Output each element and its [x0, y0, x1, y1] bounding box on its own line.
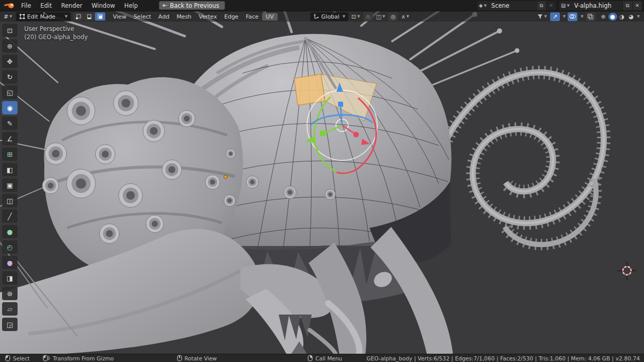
view-layer-browse-button[interactable]: ▤ ▼: [559, 1, 571, 10]
mouse-cursor: [43, 12, 49, 20]
tool-knife-button[interactable]: ╱: [2, 209, 18, 223]
menu-mesh[interactable]: Mesh: [173, 13, 195, 21]
proportional-editing-button[interactable]: ◎: [388, 12, 398, 21]
scene-copy-button[interactable]: ⧉: [536, 1, 546, 10]
blender-logo-icon[interactable]: [4, 2, 14, 9]
viewport-menus: View Select Add Mesh Vertex Edge Face UV: [109, 13, 278, 21]
tool-rip-region-button[interactable]: ◲: [2, 318, 18, 331]
tool-spin-button[interactable]: ◴: [2, 240, 18, 254]
tool-loop-cut-button[interactable]: ◫: [2, 194, 18, 207]
menu-face[interactable]: Face: [242, 13, 262, 21]
tool-cursor-button[interactable]: ⊕: [2, 39, 18, 53]
magnet-icon: ∩: [366, 13, 370, 20]
menu-view[interactable]: View: [109, 13, 130, 21]
pivot-point-dropdown[interactable]: ⊡ ▼: [350, 12, 361, 21]
shading-rendered-button[interactable]: ◕: [627, 13, 636, 21]
chevron-down-icon: ▼: [484, 4, 487, 8]
topbar-right-group: ◈ ▼ Scene ⧉ ✕ ▤ ▼ V-alpha.high ⧉ ✕: [477, 1, 642, 10]
xray-icon: [587, 13, 593, 20]
scene-icon: ◈: [479, 3, 483, 8]
chevron-down-icon[interactable]: ▼: [581, 14, 583, 19]
edge-select-button[interactable]: [84, 12, 94, 21]
menu-window[interactable]: Window: [87, 0, 119, 11]
vertex-select-button[interactable]: [73, 12, 84, 21]
chevron-down-icon: ▼: [343, 14, 345, 19]
tool-inset-faces-button[interactable]: ▣: [2, 178, 18, 192]
scene-selector[interactable]: ◈ ▼ Scene ⧉ ✕: [477, 1, 556, 10]
chevron-down-icon: ▼: [382, 14, 385, 19]
tool-measure-button[interactable]: ∠: [2, 132, 18, 145]
chevron-down-icon: ▼: [357, 14, 360, 19]
back-to-previous-label: Back to Previous: [170, 2, 219, 9]
shading-material-button[interactable]: ◑: [618, 13, 626, 21]
shading-wireframe-button[interactable]: ⊕: [599, 13, 608, 21]
viewport-header: # ▼ Edit Mode ▼ View Select Add Mesh: [0, 11, 644, 22]
chevron-down-icon: ▼: [65, 14, 67, 19]
tool-transform-button[interactable]: ◉: [2, 101, 18, 114]
show-gizmo-button[interactable]: ↗: [550, 12, 560, 21]
menu-edge[interactable]: Edge: [220, 13, 242, 21]
scene-close-button[interactable]: ✕: [546, 1, 556, 10]
copy-icon: ⧉: [539, 3, 543, 9]
face-select-button[interactable]: [95, 12, 105, 21]
scene-name[interactable]: Scene: [488, 2, 536, 9]
tool-poly-build-button[interactable]: ●: [2, 225, 18, 238]
origin-dot: [224, 175, 227, 178]
viewport-header-right: ▼ ↗ ▼ ▼ ⊕ ● ◑ ◕ ▼: [536, 12, 641, 21]
chevron-down-icon: ▼: [544, 14, 546, 19]
scene-browse-button[interactable]: ◈ ▼: [477, 1, 488, 10]
tool-move-button[interactable]: ✥: [2, 55, 18, 68]
tool-annotate-button[interactable]: ✎: [2, 117, 18, 130]
blender-logo-eye: [11, 4, 13, 6]
mouse-middle-icon: [177, 355, 182, 361]
show-overlays-button[interactable]: [568, 12, 577, 21]
hint-rotate-label: Rotate View: [185, 355, 217, 361]
chevron-down-icon[interactable]: ▼: [637, 14, 640, 19]
xray-toggle-button[interactable]: [586, 12, 595, 21]
transform-orientation-dropdown[interactable]: Global ▼: [310, 12, 348, 21]
edit-mode-icon: [19, 13, 25, 20]
menu-vertex[interactable]: Vertex: [195, 13, 220, 21]
menu-help[interactable]: Help: [120, 0, 142, 11]
tool-shear-button[interactable]: ▱: [2, 302, 18, 316]
top-bar: File Edit Render Window Help ⇤ Back to P…: [0, 0, 644, 11]
proportional-falloff-dropdown[interactable]: ∧ ▼: [400, 12, 410, 21]
tool-extrude-region-button[interactable]: ◧: [2, 163, 18, 176]
menu-file[interactable]: File: [17, 0, 36, 11]
shading-solid-button[interactable]: ●: [608, 13, 617, 21]
tool-shrink-fatten-button[interactable]: ⊛: [2, 287, 18, 300]
chevron-down-icon: ▼: [407, 14, 409, 19]
view-layer-selector[interactable]: ▤ ▼ V-alpha.high ⧉ ✕: [559, 1, 642, 10]
falloff-curve-icon: ∧: [401, 13, 405, 20]
selectability-filter-dropdown[interactable]: ▼: [536, 12, 548, 21]
status-bar: Select Transform From Gizmo Rotate View …: [0, 354, 644, 362]
snap-toggle-button[interactable]: ∩: [363, 12, 373, 21]
tool-rotate-button[interactable]: ↻: [2, 70, 18, 84]
vertex-select-icon: [75, 13, 82, 20]
tool-add-cube-button[interactable]: ⊞: [2, 147, 18, 161]
back-to-previous-button[interactable]: ⇤ Back to Previous: [159, 1, 225, 10]
hint-rotate-view: Rotate View: [177, 355, 217, 361]
menu-render[interactable]: Render: [57, 0, 87, 11]
menu-edit[interactable]: Edit: [36, 0, 56, 11]
view-layer-close-button[interactable]: ✕: [632, 1, 642, 10]
snap-with-dropdown[interactable]: ◫ ▼: [375, 12, 387, 21]
tool-scale-button[interactable]: ◱: [2, 86, 18, 99]
view-layer-copy-button[interactable]: ⧉: [622, 1, 632, 10]
tool-select-box-button[interactable]: ⊡: [2, 24, 18, 37]
tool-smooth-button[interactable]: ●: [2, 256, 18, 269]
mouse-left-icon: [5, 355, 10, 361]
tool-edge-slide-button[interactable]: ◨: [2, 271, 18, 285]
proportional-editing-icon: ◎: [391, 13, 396, 20]
menu-add[interactable]: Add: [155, 13, 173, 21]
hint-select: Select: [5, 355, 29, 361]
chevron-down-icon[interactable]: ▼: [563, 14, 566, 19]
menu-select[interactable]: Select: [130, 13, 155, 21]
editor-type-button[interactable]: # ▼: [0, 13, 14, 20]
mouse-right-icon: [308, 355, 313, 361]
mouse-left-drag-icon: [43, 355, 50, 361]
menu-uv[interactable]: UV: [262, 13, 278, 21]
hint-transform-from-gizmo: Transform From Gizmo: [43, 355, 114, 361]
view-layer-name[interactable]: V-alpha.high: [571, 2, 622, 9]
viewport-3d[interactable]: User Perspective (20) GEO-alpha_body: [0, 11, 644, 354]
